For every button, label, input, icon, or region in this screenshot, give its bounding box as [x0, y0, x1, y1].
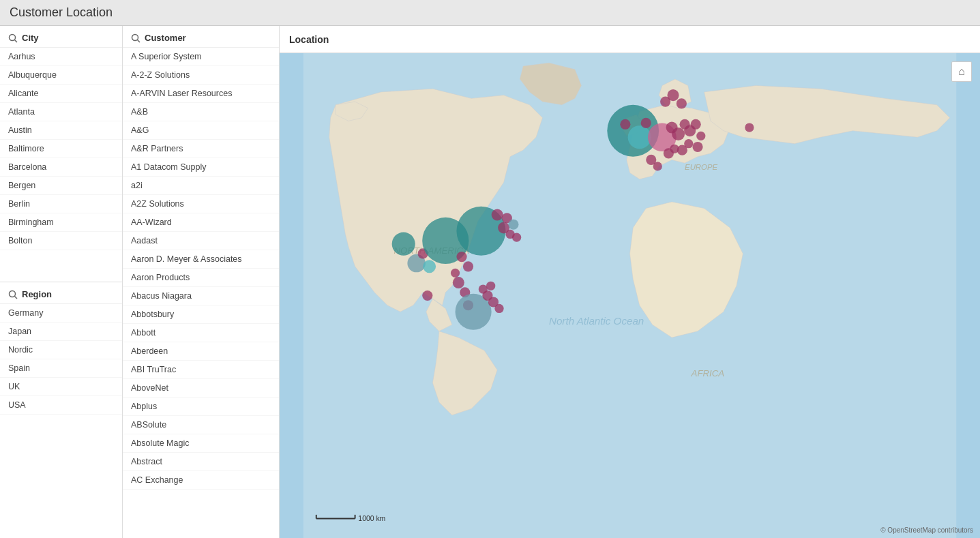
customer-panel: Customer A Superior System A-2-Z Solutio… [123, 26, 280, 538]
customer-list[interactable]: A Superior System A-2-Z Solutions A-ARVI… [123, 48, 279, 538]
svg-text:EUROPE: EUROPE [685, 163, 717, 171]
svg-point-45 [672, 128, 685, 140]
home-button[interactable]: ⌂ [951, 61, 972, 82]
city-list[interactable]: Aarhus Albuquerque Alicante Atlanta Aust… [0, 47, 122, 282]
svg-text:AFRICA: AFRICA [691, 368, 725, 378]
list-item[interactable]: A-ARVIN Laser Resources [123, 85, 279, 103]
svg-point-26 [453, 277, 464, 288]
list-item[interactable]: Aaron Products [123, 269, 279, 287]
list-item[interactable]: A1 Datacom Supply [123, 158, 279, 177]
svg-point-38 [620, 119, 630, 130]
list-item[interactable]: A Superior System [123, 48, 279, 66]
world-map: North Atlantic Ocean NORTH AMERICA EUROP… [280, 53, 980, 538]
list-item[interactable]: Atlanta [0, 103, 122, 121]
svg-point-50 [692, 142, 702, 152]
map-header: Location [280, 26, 980, 53]
svg-point-25 [512, 233, 521, 242]
svg-point-48 [691, 119, 701, 130]
list-item[interactable]: AC Exchange [123, 471, 279, 490]
list-item[interactable]: Abacus Niagara [123, 287, 279, 305]
home-icon: ⌂ [958, 65, 965, 78]
list-item[interactable]: UK [0, 378, 122, 396]
svg-point-24 [508, 220, 518, 230]
svg-point-35 [422, 290, 432, 301]
svg-point-42 [677, 98, 687, 108]
list-item[interactable]: USA [0, 396, 122, 415]
list-item[interactable]: Austin [0, 121, 122, 140]
svg-point-0 [10, 34, 16, 40]
svg-point-41 [667, 89, 679, 101]
list-item[interactable]: ABSolute [123, 416, 279, 434]
list-item[interactable]: Birmingham [0, 213, 122, 232]
city-header: City [0, 26, 122, 47]
svg-point-57 [745, 123, 754, 132]
osm-attribution: © OpenStreetMap contributors [880, 526, 973, 534]
list-item[interactable]: Nordic [0, 341, 122, 359]
list-item[interactable]: Baltimore [0, 140, 122, 158]
list-item[interactable]: Aadast [123, 232, 279, 250]
svg-point-11 [392, 233, 415, 256]
list-item[interactable]: Berlin [0, 195, 122, 213]
list-item[interactable]: a2i [123, 177, 279, 195]
list-item[interactable]: Abbotsbury [123, 305, 279, 324]
svg-line-1 [15, 40, 18, 42]
svg-point-17 [463, 261, 473, 271]
svg-point-49 [696, 132, 705, 140]
svg-point-16 [456, 252, 466, 262]
list-item[interactable]: A-2-Z Solutions [123, 66, 279, 85]
search-icon [8, 290, 18, 299]
search-icon [131, 33, 140, 43]
svg-point-56 [653, 162, 662, 170]
svg-point-39 [641, 118, 651, 128]
list-item[interactable]: Aberdeen [123, 342, 279, 361]
list-item[interactable]: AA-Wizard [123, 213, 279, 232]
svg-text:North Atlantic Ocean: North Atlantic Ocean [549, 315, 644, 327]
svg-point-4 [132, 34, 138, 40]
list-item[interactable]: Abstract [123, 453, 279, 471]
list-item[interactable]: A&G [123, 121, 279, 140]
list-item[interactable]: Aarhus [0, 48, 122, 66]
list-item[interactable]: Bolton [0, 232, 122, 250]
svg-point-37 [628, 125, 651, 149]
customer-header: Customer [123, 26, 279, 48]
city-region-panel: City Aarhus Albuquerque Alicante Atlanta… [0, 26, 123, 538]
region-header: Region [0, 282, 122, 303]
svg-point-20 [492, 209, 503, 220]
svg-text:1000 km: 1000 km [358, 515, 385, 522]
svg-point-18 [451, 269, 460, 278]
list-item[interactable]: A&R Partners [123, 140, 279, 158]
list-item[interactable]: Germany [0, 304, 122, 323]
list-item[interactable]: Japan [0, 323, 122, 341]
svg-point-32 [486, 282, 495, 290]
list-item[interactable]: Abplus [123, 398, 279, 416]
list-item[interactable]: Albuquerque [0, 66, 122, 85]
list-item[interactable]: Aaron D. Meyer & Associates [123, 250, 279, 269]
list-item[interactable]: A&B [123, 103, 279, 121]
svg-line-5 [138, 40, 140, 42]
list-item[interactable]: Abbott [123, 324, 279, 342]
map-panel: Location [280, 26, 980, 538]
city-section: City Aarhus Albuquerque Alicante Atlanta… [0, 26, 122, 282]
list-item[interactable]: Alicante [0, 85, 122, 103]
list-item[interactable]: Barcelona [0, 158, 122, 177]
map-container[interactable]: North Atlantic Ocean NORTH AMERICA EUROP… [280, 53, 980, 538]
svg-point-34 [494, 304, 503, 313]
region-section: Region Germany Japan Nordic Spain UK USA [0, 282, 122, 538]
svg-point-13 [423, 260, 436, 273]
svg-line-3 [15, 296, 18, 299]
list-item[interactable]: A2Z Solutions [123, 195, 279, 213]
page-title: Customer Location [0, 0, 980, 26]
list-item[interactable]: Spain [0, 359, 122, 378]
list-item[interactable]: AboveNet [123, 379, 279, 398]
svg-point-2 [10, 290, 16, 297]
list-item[interactable]: ABI TruTrac [123, 361, 279, 379]
search-icon [8, 33, 18, 43]
list-item[interactable]: Bergen [0, 177, 122, 195]
region-list[interactable]: Germany Japan Nordic Spain UK USA [0, 303, 122, 538]
list-item[interactable]: Absolute Magic [123, 434, 279, 453]
svg-point-54 [664, 148, 674, 158]
